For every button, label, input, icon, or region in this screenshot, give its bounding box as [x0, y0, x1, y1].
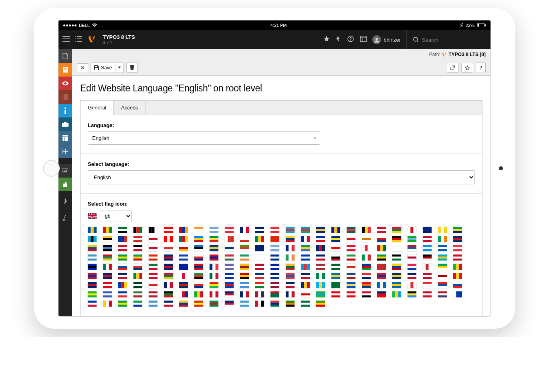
flag-option[interactable] [286, 227, 295, 233]
flag-option[interactable] [194, 227, 203, 233]
flag-option[interactable] [210, 282, 218, 288]
flag-option[interactable] [179, 273, 188, 279]
flag-option[interactable] [133, 301, 142, 307]
flag-option[interactable] [408, 227, 416, 233]
flag-option[interactable] [103, 255, 112, 261]
flag-option[interactable] [316, 227, 325, 233]
flag-option[interactable] [194, 236, 203, 242]
flag-option[interactable] [316, 264, 325, 270]
flag-option[interactable] [453, 255, 462, 261]
flag-option[interactable] [255, 273, 264, 279]
flag-option[interactable] [210, 273, 218, 279]
flag-option[interactable] [240, 264, 249, 270]
flag-option[interactable] [286, 255, 295, 261]
bookmark-star-icon[interactable] [323, 36, 330, 44]
flag-option[interactable] [392, 273, 401, 279]
flag-option[interactable] [316, 301, 325, 307]
flag-option[interactable] [301, 301, 310, 307]
flag-option[interactable] [347, 255, 355, 261]
flag-option[interactable] [316, 236, 325, 242]
flag-option[interactable] [408, 245, 416, 251]
flag-option[interactable] [240, 301, 249, 307]
module-list-icon[interactable] [75, 36, 82, 43]
flag-option[interactable] [255, 255, 264, 261]
select-language-dropdown[interactable]: English [88, 170, 475, 184]
flag-option[interactable] [362, 282, 371, 288]
flag-option[interactable] [103, 245, 112, 251]
flag-option[interactable] [347, 227, 355, 233]
flag-option[interactable] [149, 282, 157, 288]
flag-option[interactable] [423, 245, 432, 251]
delete-button[interactable] [126, 63, 138, 73]
flag-option[interactable] [377, 227, 386, 233]
flag-option[interactable] [331, 264, 340, 270]
flag-option[interactable] [88, 282, 97, 288]
flag-option[interactable] [438, 227, 447, 233]
flag-option[interactable] [301, 245, 310, 251]
flag-option[interactable] [255, 236, 264, 242]
flag-option[interactable] [362, 236, 371, 242]
flag-option[interactable] [225, 291, 234, 297]
flag-option[interactable] [362, 273, 371, 279]
flag-option[interactable] [286, 291, 295, 297]
flag-option[interactable] [438, 255, 447, 261]
save-dropdown-button[interactable] [115, 63, 124, 73]
flag-option[interactable] [240, 291, 249, 297]
module-view[interactable] [59, 77, 72, 90]
flag-option[interactable] [408, 282, 416, 288]
flag-option[interactable] [286, 236, 295, 242]
flag-option[interactable] [179, 227, 188, 233]
flag-option[interactable] [347, 236, 355, 242]
flag-option[interactable] [164, 282, 173, 288]
flag-option[interactable] [225, 282, 234, 288]
flag-option[interactable] [194, 291, 203, 297]
flag-option[interactable] [164, 227, 173, 233]
flag-option[interactable] [225, 236, 234, 242]
module-page[interactable] [59, 49, 72, 63]
flag-option[interactable] [179, 301, 188, 307]
flag-option[interactable] [301, 236, 310, 242]
flag-option[interactable] [362, 264, 371, 270]
flag-option[interactable] [270, 282, 279, 288]
flag-option[interactable] [149, 273, 157, 279]
tab-access[interactable]: Access [114, 101, 145, 115]
flag-option[interactable] [149, 236, 157, 242]
flag-option[interactable] [88, 273, 97, 279]
flag-option[interactable] [133, 236, 142, 242]
flag-option[interactable] [164, 273, 173, 279]
flag-option[interactable] [286, 245, 295, 251]
module-page-content[interactable] [59, 63, 72, 77]
flag-option[interactable] [118, 273, 127, 279]
flag-option[interactable] [331, 236, 340, 242]
flag-option[interactable] [194, 301, 203, 307]
module-install[interactable] [59, 194, 72, 208]
flag-option[interactable] [88, 245, 97, 251]
flag-option[interactable] [225, 301, 234, 307]
clear-input-icon[interactable]: × [313, 135, 317, 141]
flag-option[interactable] [408, 273, 416, 279]
flag-option[interactable] [103, 282, 112, 288]
flag-option[interactable] [347, 291, 355, 297]
flag-option[interactable] [423, 264, 432, 270]
flag-option[interactable] [301, 291, 310, 297]
flag-option[interactable] [164, 255, 173, 261]
flag-option[interactable] [438, 236, 447, 242]
flag-option[interactable] [392, 236, 401, 242]
flag-option[interactable] [377, 291, 386, 297]
flag-option[interactable] [194, 255, 203, 261]
flag-option[interactable] [225, 227, 234, 233]
help-button[interactable]: ? [476, 63, 486, 73]
flag-option[interactable] [362, 245, 371, 251]
global-search[interactable]: Search [406, 30, 486, 49]
flag-option[interactable] [408, 255, 416, 261]
flag-option[interactable] [103, 291, 112, 297]
flag-option[interactable] [255, 264, 264, 270]
flag-option[interactable] [133, 282, 142, 288]
flag-option[interactable] [225, 264, 234, 270]
flag-option[interactable] [270, 227, 279, 233]
flag-option[interactable] [453, 245, 462, 251]
flag-option[interactable] [453, 291, 462, 297]
flag-option[interactable] [240, 227, 249, 233]
module-list[interactable] [59, 90, 72, 104]
flag-option[interactable] [423, 273, 432, 279]
